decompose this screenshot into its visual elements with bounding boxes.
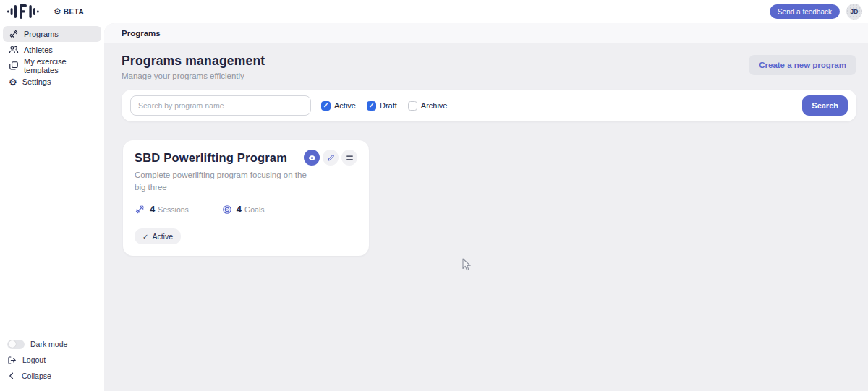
breadcrumb: Programs	[122, 29, 161, 38]
dumbbell-logo-icon	[7, 3, 41, 20]
chevron-left-icon	[7, 371, 16, 380]
sessions-label: Sessions	[158, 205, 189, 214]
sidebar-item-label: Programs	[24, 30, 59, 38]
page-title: Programs management	[122, 53, 265, 69]
filter-archive[interactable]: Archive	[408, 101, 448, 111]
status-label: Active	[152, 232, 173, 241]
search-panel: Active Draft Archive Search	[122, 90, 856, 121]
avatar[interactable]: JD	[846, 4, 862, 20]
topbar: ⚙ BETA Send a feedback JD	[0, 0, 868, 23]
sidebar-item-exercise-templates[interactable]: My exercise templates	[3, 58, 101, 74]
beta-label: BETA	[64, 8, 84, 16]
checkbox-icon[interactable]	[408, 101, 417, 111]
dumbbell-icon	[9, 29, 19, 39]
status-badge: ✓ Active	[135, 228, 181, 244]
filter-label: Active	[334, 101, 356, 110]
users-icon	[9, 45, 19, 55]
filter-draft[interactable]: Draft	[367, 101, 397, 111]
copy-icon	[9, 61, 19, 71]
sidebar-item-athletes[interactable]: Athletes	[3, 42, 101, 58]
checkbox-icon[interactable]	[321, 101, 331, 111]
breadcrumb-bar: Programs	[104, 23, 868, 43]
sidebar-item-label: Athletes	[24, 46, 53, 54]
send-feedback-button[interactable]: Send a feedback	[770, 4, 840, 19]
collapse-label: Collapse	[22, 371, 51, 380]
logout-icon	[7, 356, 17, 365]
checkbox-icon[interactable]	[367, 101, 376, 111]
program-title: SBD Powerlifting Program	[135, 150, 287, 165]
collapse-button[interactable]: Collapse	[3, 368, 101, 384]
pencil-icon	[327, 154, 335, 162]
sessions-count: 4	[150, 204, 155, 215]
filter-group: Active Draft Archive	[321, 101, 448, 111]
dark-mode-label: Dark mode	[30, 340, 67, 348]
page-header: Programs management Manage your programs…	[122, 53, 856, 80]
create-program-button[interactable]: Create a new program	[749, 55, 856, 75]
dark-mode-toggle[interactable]	[7, 340, 25, 349]
sidebar-item-label: Settings	[22, 77, 51, 86]
check-icon: ✓	[142, 233, 148, 241]
eye-icon	[307, 153, 317, 163]
edit-program-button[interactable]	[323, 150, 339, 166]
program-stats: 4 Sessions 4 Goals	[135, 204, 357, 215]
logout-label: Logout	[22, 356, 46, 364]
sessions-stat: 4 Sessions	[135, 204, 189, 215]
gear-icon: ⚙	[9, 77, 17, 87]
search-button[interactable]: Search	[802, 95, 848, 116]
target-icon	[222, 205, 232, 215]
filter-label: Draft	[380, 101, 397, 110]
sidebar-item-label: My exercise templates	[24, 57, 95, 74]
card-actions	[304, 150, 357, 166]
goals-label: Goals	[244, 205, 264, 214]
dumbbell-icon	[135, 204, 145, 215]
program-card: SBD Powerlifting Program	[123, 140, 369, 256]
filter-active[interactable]: Active	[321, 101, 356, 111]
program-description: Complete powerlifting program focusing o…	[135, 169, 317, 193]
menu-icon	[346, 154, 354, 162]
sidebar: Programs Athletes My exercise templates …	[0, 23, 104, 391]
menu-button[interactable]	[341, 150, 357, 166]
search-input[interactable]	[130, 95, 311, 116]
dark-mode-toggle-row[interactable]: Dark mode	[3, 336, 101, 352]
beta-badge: ⚙ BETA	[54, 7, 84, 16]
goals-stat: 4 Goals	[222, 204, 265, 215]
view-program-button[interactable]	[304, 150, 320, 166]
page-subtitle: Manage your programs efficiently	[122, 72, 265, 80]
main-panel: Programs Programs management Manage your…	[104, 23, 868, 391]
filter-label: Archive	[421, 101, 448, 110]
sidebar-item-programs[interactable]: Programs	[3, 26, 101, 42]
app-logo	[7, 3, 41, 20]
goals-count: 4	[237, 204, 242, 215]
gear-icon: ⚙	[54, 7, 61, 16]
logout-button[interactable]: Logout	[3, 352, 101, 368]
sidebar-item-settings[interactable]: ⚙ Settings	[3, 74, 101, 90]
